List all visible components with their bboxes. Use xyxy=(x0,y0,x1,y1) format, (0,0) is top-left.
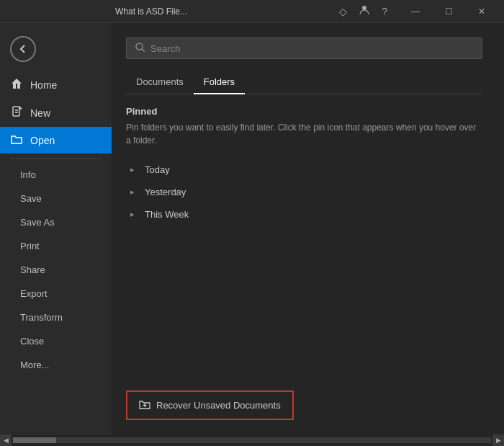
share-label: Share xyxy=(20,264,45,275)
search-input[interactable] xyxy=(150,43,473,54)
recover-unsaved-button[interactable]: Recover Unsaved Documents xyxy=(126,391,294,420)
person-icon[interactable] xyxy=(359,4,370,18)
window-title: What is ASD File... xyxy=(115,6,339,17)
pinned-description: Pin folders you want to easily find late… xyxy=(126,121,482,147)
sidebar-item-save-as[interactable]: Save As xyxy=(0,210,112,234)
recover-folder-icon xyxy=(139,399,150,411)
sidebar-item-transform[interactable]: Transform xyxy=(0,305,112,329)
recover-section: Recover Unsaved Documents xyxy=(126,391,490,420)
svg-point-6 xyxy=(136,43,143,50)
svg-point-0 xyxy=(362,6,366,10)
sidebar-divider xyxy=(10,158,102,159)
sidebar-item-new[interactable]: New xyxy=(0,99,112,127)
sidebar-new-label: New xyxy=(30,107,50,119)
title-bar-icons: ◇ ? xyxy=(339,4,387,18)
sidebar-home-label: Home xyxy=(30,79,57,91)
yesterday-label: Yesterday xyxy=(145,187,186,197)
minimize-button[interactable]: — xyxy=(399,0,432,23)
sidebar-item-more[interactable]: More... xyxy=(0,353,112,377)
close-button[interactable]: ✕ xyxy=(465,0,498,23)
save-as-label: Save As xyxy=(20,217,55,228)
svg-line-7 xyxy=(142,49,145,52)
more-label: More... xyxy=(20,360,49,370)
chevron-right-icon: ▸ xyxy=(130,210,139,219)
restore-button[interactable]: ☐ xyxy=(432,0,465,23)
chevron-right-icon: ▸ xyxy=(130,187,139,197)
sidebar-open-label: Open xyxy=(30,135,55,146)
sidebar-item-open[interactable]: Open xyxy=(0,127,112,153)
chevron-right-icon: ▸ xyxy=(130,165,139,174)
sidebar-item-info[interactable]: Info xyxy=(0,163,112,187)
today-label: Today xyxy=(145,164,170,175)
tab-folders[interactable]: Folders xyxy=(194,72,245,94)
folder-group-this-week[interactable]: ▸ This Week xyxy=(126,203,482,226)
this-week-label: This Week xyxy=(145,209,189,220)
scrollbar-thumb[interactable] xyxy=(13,437,56,443)
transform-label: Transform xyxy=(20,312,63,323)
open-icon xyxy=(10,134,23,146)
svg-rect-1 xyxy=(13,84,16,89)
search-bar[interactable] xyxy=(126,37,482,59)
search-icon xyxy=(135,43,145,54)
save-label: Save xyxy=(20,193,42,204)
pinned-title: Pinned xyxy=(126,106,482,117)
sidebar-item-print[interactable]: Print xyxy=(0,234,112,258)
sidebar-item-close[interactable]: Close xyxy=(0,329,112,353)
horizontal-scrollbar[interactable]: ◀ ▶ xyxy=(0,434,504,446)
diamond-icon[interactable]: ◇ xyxy=(339,6,347,17)
home-icon xyxy=(10,78,23,92)
sidebar-item-share[interactable]: Share xyxy=(0,258,112,282)
tab-documents[interactable]: Documents xyxy=(126,72,194,94)
info-label: Info xyxy=(20,169,36,180)
sidebar-item-export[interactable]: Export xyxy=(0,282,112,305)
export-label: Export xyxy=(20,288,48,299)
svg-rect-3 xyxy=(13,107,19,116)
sidebar: Home New Open Info Save xyxy=(0,23,112,434)
sidebar-item-home[interactable]: Home xyxy=(0,71,112,99)
back-button[interactable] xyxy=(10,36,36,62)
recover-btn-label: Recover Unsaved Documents xyxy=(156,400,281,411)
title-bar: What is ASD File... ◇ ? — ☐ ✕ xyxy=(0,0,504,23)
window-controls: — ☐ ✕ xyxy=(399,0,498,23)
folder-group-yesterday[interactable]: ▸ Yesterday xyxy=(126,181,482,203)
scroll-left-arrow[interactable]: ◀ xyxy=(0,434,12,446)
scroll-right-arrow[interactable]: ▶ xyxy=(492,434,504,446)
tabs: Documents Folders xyxy=(126,72,482,94)
new-icon xyxy=(10,106,23,120)
help-icon[interactable]: ? xyxy=(382,6,387,17)
sidebar-item-save[interactable]: Save xyxy=(0,187,112,210)
close-label: Close xyxy=(20,336,44,347)
scrollbar-track[interactable] xyxy=(13,437,491,443)
print-label: Print xyxy=(20,241,40,251)
folder-group-today[interactable]: ▸ Today xyxy=(126,159,482,181)
content-area: Documents Folders Pinned Pin folders you… xyxy=(112,23,504,434)
svg-rect-2 xyxy=(17,84,20,89)
